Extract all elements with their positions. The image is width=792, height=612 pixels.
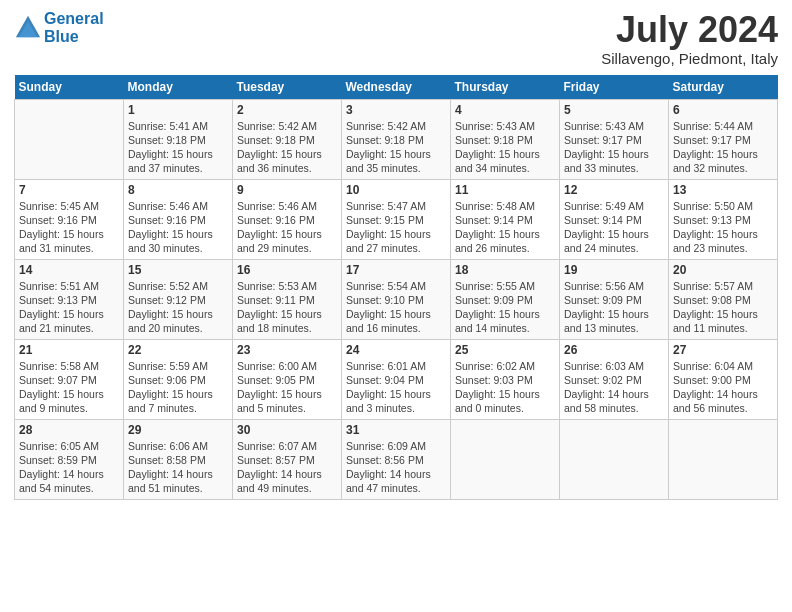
cell-info: Sunrise: 6:06 AM Sunset: 8:58 PM Dayligh… <box>128 439 228 496</box>
calendar-week-2: 7Sunrise: 5:45 AM Sunset: 9:16 PM Daylig… <box>15 179 778 259</box>
calendar-week-1: 1Sunrise: 5:41 AM Sunset: 9:18 PM Daylig… <box>15 99 778 179</box>
logo-icon <box>14 14 42 42</box>
cell-date: 28 <box>19 423 119 437</box>
calendar-cell: 21Sunrise: 5:58 AM Sunset: 9:07 PM Dayli… <box>15 339 124 419</box>
cell-info: Sunrise: 6:05 AM Sunset: 8:59 PM Dayligh… <box>19 439 119 496</box>
cell-info: Sunrise: 5:41 AM Sunset: 9:18 PM Dayligh… <box>128 119 228 176</box>
calendar-cell: 25Sunrise: 6:02 AM Sunset: 9:03 PM Dayli… <box>451 339 560 419</box>
cell-date: 2 <box>237 103 337 117</box>
day-header-sunday: Sunday <box>15 75 124 100</box>
cell-info: Sunrise: 5:58 AM Sunset: 9:07 PM Dayligh… <box>19 359 119 416</box>
cell-date: 22 <box>128 343 228 357</box>
calendar-cell: 14Sunrise: 5:51 AM Sunset: 9:13 PM Dayli… <box>15 259 124 339</box>
cell-info: Sunrise: 5:47 AM Sunset: 9:15 PM Dayligh… <box>346 199 446 256</box>
cell-date: 7 <box>19 183 119 197</box>
cell-date: 12 <box>564 183 664 197</box>
cell-info: Sunrise: 5:57 AM Sunset: 9:08 PM Dayligh… <box>673 279 773 336</box>
calendar-cell <box>669 419 778 499</box>
cell-info: Sunrise: 5:44 AM Sunset: 9:17 PM Dayligh… <box>673 119 773 176</box>
calendar-cell: 17Sunrise: 5:54 AM Sunset: 9:10 PM Dayli… <box>342 259 451 339</box>
cell-info: Sunrise: 5:42 AM Sunset: 9:18 PM Dayligh… <box>346 119 446 176</box>
cell-date: 3 <box>346 103 446 117</box>
calendar-week-5: 28Sunrise: 6:05 AM Sunset: 8:59 PM Dayli… <box>15 419 778 499</box>
cell-info: Sunrise: 6:00 AM Sunset: 9:05 PM Dayligh… <box>237 359 337 416</box>
cell-date: 25 <box>455 343 555 357</box>
day-header-wednesday: Wednesday <box>342 75 451 100</box>
cell-info: Sunrise: 6:01 AM Sunset: 9:04 PM Dayligh… <box>346 359 446 416</box>
calendar-cell: 18Sunrise: 5:55 AM Sunset: 9:09 PM Dayli… <box>451 259 560 339</box>
cell-info: Sunrise: 5:45 AM Sunset: 9:16 PM Dayligh… <box>19 199 119 256</box>
cell-date: 26 <box>564 343 664 357</box>
cell-info: Sunrise: 6:03 AM Sunset: 9:02 PM Dayligh… <box>564 359 664 416</box>
calendar-cell <box>560 419 669 499</box>
cell-info: Sunrise: 5:55 AM Sunset: 9:09 PM Dayligh… <box>455 279 555 336</box>
cell-date: 27 <box>673 343 773 357</box>
calendar-week-3: 14Sunrise: 5:51 AM Sunset: 9:13 PM Dayli… <box>15 259 778 339</box>
cell-date: 4 <box>455 103 555 117</box>
cell-date: 31 <box>346 423 446 437</box>
calendar-subtitle: Sillavengo, Piedmont, Italy <box>601 50 778 67</box>
cell-date: 24 <box>346 343 446 357</box>
calendar-cell: 8Sunrise: 5:46 AM Sunset: 9:16 PM Daylig… <box>124 179 233 259</box>
logo: General Blue <box>14 10 104 45</box>
calendar-cell: 28Sunrise: 6:05 AM Sunset: 8:59 PM Dayli… <box>15 419 124 499</box>
cell-info: Sunrise: 5:53 AM Sunset: 9:11 PM Dayligh… <box>237 279 337 336</box>
cell-date: 19 <box>564 263 664 277</box>
cell-date: 15 <box>128 263 228 277</box>
calendar-table: SundayMondayTuesdayWednesdayThursdayFrid… <box>14 75 778 500</box>
calendar-cell: 27Sunrise: 6:04 AM Sunset: 9:00 PM Dayli… <box>669 339 778 419</box>
calendar-cell: 23Sunrise: 6:00 AM Sunset: 9:05 PM Dayli… <box>233 339 342 419</box>
cell-date: 21 <box>19 343 119 357</box>
calendar-cell: 3Sunrise: 5:42 AM Sunset: 9:18 PM Daylig… <box>342 99 451 179</box>
cell-date: 9 <box>237 183 337 197</box>
cell-date: 23 <box>237 343 337 357</box>
cell-info: Sunrise: 5:43 AM Sunset: 9:18 PM Dayligh… <box>455 119 555 176</box>
cell-date: 16 <box>237 263 337 277</box>
cell-date: 17 <box>346 263 446 277</box>
cell-date: 13 <box>673 183 773 197</box>
day-header-saturday: Saturday <box>669 75 778 100</box>
cell-info: Sunrise: 5:46 AM Sunset: 9:16 PM Dayligh… <box>128 199 228 256</box>
calendar-cell: 16Sunrise: 5:53 AM Sunset: 9:11 PM Dayli… <box>233 259 342 339</box>
calendar-cell: 29Sunrise: 6:06 AM Sunset: 8:58 PM Dayli… <box>124 419 233 499</box>
cell-date: 6 <box>673 103 773 117</box>
calendar-cell: 10Sunrise: 5:47 AM Sunset: 9:15 PM Dayli… <box>342 179 451 259</box>
day-header-monday: Monday <box>124 75 233 100</box>
cell-date: 10 <box>346 183 446 197</box>
cell-date: 29 <box>128 423 228 437</box>
cell-info: Sunrise: 5:43 AM Sunset: 9:17 PM Dayligh… <box>564 119 664 176</box>
calendar-cell: 20Sunrise: 5:57 AM Sunset: 9:08 PM Dayli… <box>669 259 778 339</box>
cell-info: Sunrise: 5:54 AM Sunset: 9:10 PM Dayligh… <box>346 279 446 336</box>
cell-info: Sunrise: 5:56 AM Sunset: 9:09 PM Dayligh… <box>564 279 664 336</box>
calendar-cell: 13Sunrise: 5:50 AM Sunset: 9:13 PM Dayli… <box>669 179 778 259</box>
day-header-tuesday: Tuesday <box>233 75 342 100</box>
cell-date: 11 <box>455 183 555 197</box>
header: General Blue July 2024 Sillavengo, Piedm… <box>14 10 778 67</box>
cell-date: 18 <box>455 263 555 277</box>
calendar-cell: 22Sunrise: 5:59 AM Sunset: 9:06 PM Dayli… <box>124 339 233 419</box>
calendar-header-row: SundayMondayTuesdayWednesdayThursdayFrid… <box>15 75 778 100</box>
cell-info: Sunrise: 5:46 AM Sunset: 9:16 PM Dayligh… <box>237 199 337 256</box>
calendar-cell: 26Sunrise: 6:03 AM Sunset: 9:02 PM Dayli… <box>560 339 669 419</box>
calendar-cell: 11Sunrise: 5:48 AM Sunset: 9:14 PM Dayli… <box>451 179 560 259</box>
cell-info: Sunrise: 5:50 AM Sunset: 9:13 PM Dayligh… <box>673 199 773 256</box>
cell-date: 30 <box>237 423 337 437</box>
cell-date: 5 <box>564 103 664 117</box>
logo-text: General Blue <box>44 10 104 45</box>
cell-date: 1 <box>128 103 228 117</box>
cell-info: Sunrise: 5:59 AM Sunset: 9:06 PM Dayligh… <box>128 359 228 416</box>
calendar-cell: 19Sunrise: 5:56 AM Sunset: 9:09 PM Dayli… <box>560 259 669 339</box>
cell-info: Sunrise: 5:48 AM Sunset: 9:14 PM Dayligh… <box>455 199 555 256</box>
calendar-cell <box>15 99 124 179</box>
calendar-cell: 24Sunrise: 6:01 AM Sunset: 9:04 PM Dayli… <box>342 339 451 419</box>
cell-date: 8 <box>128 183 228 197</box>
cell-info: Sunrise: 5:52 AM Sunset: 9:12 PM Dayligh… <box>128 279 228 336</box>
day-header-friday: Friday <box>560 75 669 100</box>
calendar-cell: 12Sunrise: 5:49 AM Sunset: 9:14 PM Dayli… <box>560 179 669 259</box>
calendar-cell: 30Sunrise: 6:07 AM Sunset: 8:57 PM Dayli… <box>233 419 342 499</box>
calendar-title: July 2024 <box>601 10 778 50</box>
cell-info: Sunrise: 6:02 AM Sunset: 9:03 PM Dayligh… <box>455 359 555 416</box>
cell-date: 14 <box>19 263 119 277</box>
calendar-cell: 5Sunrise: 5:43 AM Sunset: 9:17 PM Daylig… <box>560 99 669 179</box>
cell-info: Sunrise: 6:09 AM Sunset: 8:56 PM Dayligh… <box>346 439 446 496</box>
